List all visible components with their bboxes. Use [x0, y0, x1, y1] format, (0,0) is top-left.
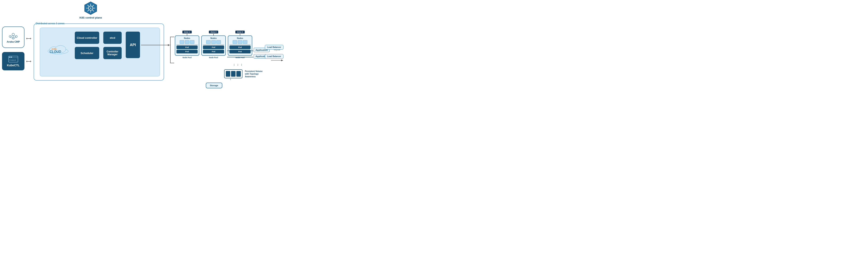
svg-text:aruba: aruba — [52, 48, 57, 50]
cylinder-3 — [236, 71, 241, 77]
bracket-bottom — [170, 63, 174, 63]
api-btn: API — [126, 32, 140, 58]
arrow-cmp: ⟷ — [26, 36, 31, 41]
node-sq — [243, 40, 247, 44]
zone-1-pod-2: Pod — [177, 50, 198, 54]
divider — [203, 44, 224, 45]
storage-box: Storage — [206, 83, 222, 88]
zone-3-pod-2: Pod — [229, 50, 251, 54]
zone-3-label: Zone 3 — [235, 31, 245, 33]
zone-3-nodes-row — [229, 40, 251, 44]
pv-cylinders — [224, 69, 243, 78]
zone-1-pool-label: Node Pool — [183, 57, 192, 59]
svg-point-11 — [12, 33, 14, 36]
storage-label: Storage — [210, 84, 218, 87]
zone-2-label: Zone 2 — [209, 31, 218, 33]
kubectl-box: $ kubectl KubeCTL — [2, 52, 25, 70]
zone-2: Zone 2 Nodes Pod Pod Node Pool — [201, 31, 226, 59]
zone-3: Zone 3 Nodes Pod Pod Node Pool — [228, 31, 252, 59]
node-sq — [216, 40, 221, 44]
svg-line-16 — [13, 36, 16, 36]
load-balancer-1: Load Balancer — [265, 45, 283, 50]
zone-1-label: Zone 1 — [182, 31, 191, 33]
node-sq — [206, 40, 211, 44]
scheduler-btn: Scheduler — [75, 47, 99, 59]
node-sq — [238, 40, 242, 44]
zone3-connector — [240, 34, 240, 35]
bracket-top — [170, 37, 174, 37]
svg-line-15 — [10, 36, 13, 36]
controller-manager-btn: Controller Manager — [103, 47, 122, 59]
zone2-connector — [213, 34, 214, 35]
cylinder-1 — [226, 71, 230, 77]
cloud-controller-btn: Cloud controller — [75, 32, 99, 44]
svg-rect-23 — [11, 57, 12, 58]
pod1-to-app-line — [227, 51, 253, 51]
aruba-cloud-logo: aruba CLOUD — [45, 41, 71, 57]
zone1-connector — [187, 34, 187, 35]
pod2-to-app-line — [227, 57, 253, 57]
divider — [229, 44, 251, 45]
kubectl-icon: $ kubectl — [8, 56, 18, 63]
node-sq — [233, 40, 237, 44]
zone-1-pod-1: Pod — [177, 46, 198, 49]
architecture-diagram: K8S control plane Aruba CMP ⟷ $ kubectl … — [0, 0, 289, 90]
zone-3-nodes-label: Nodes — [229, 37, 251, 39]
svg-line-19 — [13, 37, 16, 38]
svg-text:CLOUD: CLOUD — [50, 50, 61, 54]
svg-point-2 — [90, 7, 91, 8]
zone-1-border: Nodes Pod Pod — [175, 35, 199, 56]
zone-2-pod-1: Pod — [203, 46, 224, 49]
svg-line-18 — [10, 37, 13, 38]
svg-rect-22 — [9, 57, 10, 58]
zone-3-pod-1: Pod — [229, 46, 251, 49]
aruba-cmp-box: Aruba CMP — [2, 27, 25, 48]
aruba-cloud-svg: aruba CLOUD — [46, 43, 70, 55]
aruba-cmp-label: Aruba CMP — [7, 40, 20, 43]
arrow-kubectl: ⟷ — [26, 59, 31, 64]
k8s-label: K8S control plane — [80, 16, 102, 19]
kubectl-label: KubeCTL — [7, 64, 20, 67]
zone-1: Zone 1 Nodes Pod Pod Node Pool — [175, 31, 199, 59]
distributed-box-label: Distributed across 3 zones — [36, 22, 64, 25]
node-sq — [211, 40, 216, 44]
bracket-vertical — [170, 37, 170, 63]
etcd-btn: etcd — [103, 32, 122, 44]
zone-2-border: Nodes Pod Pod — [201, 35, 226, 56]
api-to-zones-arrow — [141, 45, 170, 45]
zone-2-nodes-row — [203, 40, 224, 44]
zone-1-nodes-label: Nodes — [177, 37, 198, 39]
k8s-control-plane: K8S control plane — [80, 1, 102, 19]
zone-2-nodes-label: Nodes — [203, 37, 224, 39]
node-sq — [180, 40, 184, 44]
k8s-icon — [84, 1, 98, 15]
zone-3-border: Nodes Pod Pod — [228, 35, 252, 56]
pv-label: Persistent Volume with Topology Awarenes… — [245, 70, 265, 78]
svg-marker-33 — [281, 60, 283, 61]
svg-text:$ kubectl: $ kubectl — [9, 59, 16, 61]
load-balancer-2: Load Balancer — [265, 54, 283, 59]
divider — [177, 44, 198, 45]
zone-2-pool-label: Node Pool — [209, 57, 218, 59]
down-arrows-storage: ↓ ↓ ↓ — [233, 63, 242, 66]
down-arrow-storage-box: ↓ — [229, 77, 231, 81]
aruba-cmp-icon — [8, 31, 18, 39]
cylinder-2 — [231, 71, 236, 77]
zone-1-nodes-row — [177, 40, 198, 44]
node-sq — [185, 40, 189, 44]
node-sq — [190, 40, 194, 44]
zone-2-pod-2: Pod — [203, 50, 224, 54]
